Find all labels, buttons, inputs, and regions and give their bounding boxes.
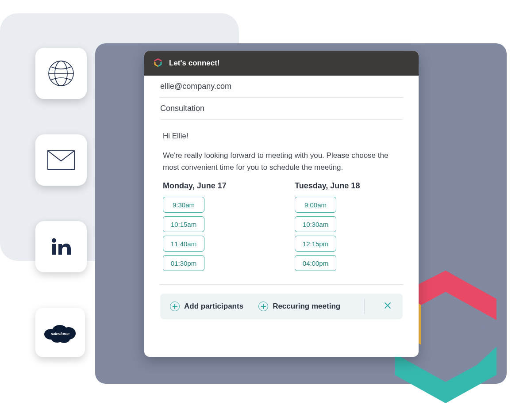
globe-icon	[47, 60, 75, 87]
day-column-2: Tuesday, June 18 9:00am 10:30am 12:15pm …	[295, 181, 400, 275]
add-participants-button[interactable]: Add participants	[170, 302, 243, 311]
time-slot[interactable]: 9:00am	[295, 197, 336, 213]
integration-website[interactable]	[35, 48, 87, 99]
day-1-label: Monday, June 17	[163, 181, 268, 191]
svg-text:salesforce: salesforce	[51, 332, 69, 336]
brand-hex-icon	[153, 58, 163, 68]
time-slot[interactable]: 9:30am	[163, 197, 204, 213]
add-participants-label: Add participants	[184, 302, 243, 311]
close-icon	[384, 302, 391, 311]
day-column-1: Monday, June 17 9:30am 10:15am 11:40am 0…	[163, 181, 268, 275]
time-slot[interactable]: 10:15am	[163, 216, 204, 232]
card-title: Let's connect!	[169, 59, 220, 68]
svg-rect-4	[52, 244, 56, 255]
salesforce-icon: salesforce	[43, 321, 77, 344]
actions-divider	[355, 299, 365, 314]
message-paragraph: We're really looking forward to meeting …	[163, 150, 400, 173]
time-slot[interactable]: 12:15pm	[295, 236, 336, 252]
close-actions-button[interactable]	[382, 302, 393, 311]
svg-point-5	[52, 238, 56, 243]
time-slot[interactable]: 10:30am	[295, 216, 336, 232]
divider	[160, 284, 403, 285]
linkedin-icon	[50, 235, 73, 258]
message-body: Hi Ellie! We're really looking forward t…	[160, 120, 403, 173]
time-slot[interactable]: 01:30pm	[163, 255, 204, 271]
time-slot[interactable]: 11:40am	[163, 236, 204, 252]
actions-bar: Add participants Reccuring meeting	[160, 294, 403, 319]
integration-email[interactable]	[35, 134, 87, 186]
recurring-meeting-label: Reccuring meeting	[273, 302, 340, 311]
time-slot[interactable]: 04:00pm	[295, 255, 336, 271]
message-greeting: Hi Ellie!	[163, 130, 400, 142]
integration-salesforce[interactable]: salesforce	[35, 308, 85, 357]
plus-circle-icon	[170, 302, 180, 311]
recurring-meeting-button[interactable]: Reccuring meeting	[258, 302, 340, 311]
integration-linkedin[interactable]	[35, 221, 87, 272]
envelope-icon	[47, 150, 75, 170]
subject-field[interactable]: Consultation	[160, 98, 403, 120]
card-header: Let's connect!	[144, 51, 419, 76]
to-field[interactable]: ellie@company.com	[160, 76, 403, 98]
plus-circle-icon	[258, 302, 268, 311]
day-2-label: Tuesday, June 18	[295, 181, 400, 191]
scheduler-card: Let's connect! ellie@company.com Consult…	[144, 51, 419, 357]
